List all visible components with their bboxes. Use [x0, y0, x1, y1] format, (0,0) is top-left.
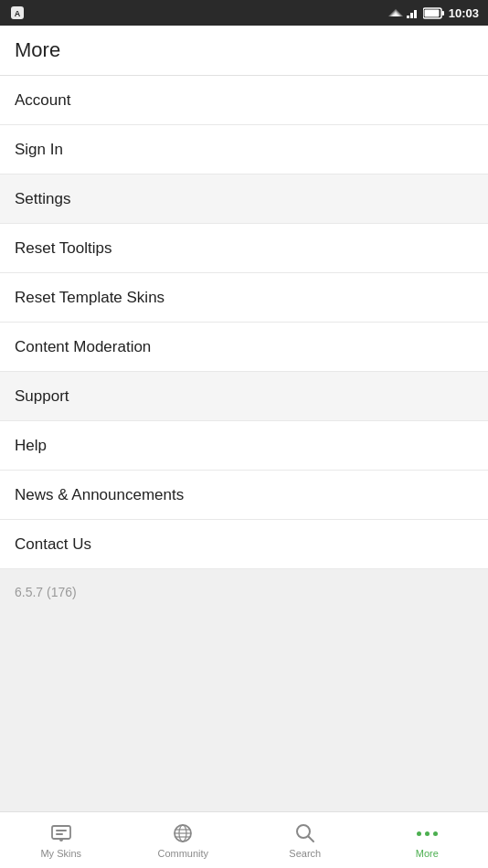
bottom-nav: My Skins Community Search: [0, 811, 488, 868]
signal-icon: [388, 7, 403, 18]
more-icon: [415, 821, 439, 845]
menu-item-contact-us[interactable]: Contact Us: [0, 520, 488, 569]
svg-line-22: [308, 837, 313, 842]
menu-item-help[interactable]: Help: [0, 421, 488, 471]
svg-rect-10: [441, 11, 444, 16]
nav-item-search-label: Search: [289, 848, 321, 859]
menu-item-label-help: Help: [15, 437, 47, 455]
content-area: AccountSign InSettingsReset TooltipsRese…: [0, 76, 488, 862]
menu-item-content-moderation[interactable]: Content Moderation: [0, 323, 488, 372]
menu-item-support[interactable]: Support: [0, 372, 488, 421]
svg-rect-12: [52, 826, 70, 839]
menu-list: AccountSign InSettingsReset TooltipsRese…: [0, 76, 488, 569]
menu-item-label-support: Support: [15, 387, 69, 406]
svg-point-15: [59, 838, 63, 842]
menu-item-reset-tooltips[interactable]: Reset Tooltips: [0, 224, 488, 273]
menu-item-news-announcements[interactable]: News & Announcements: [0, 471, 488, 520]
menu-item-label-content-moderation: Content Moderation: [15, 338, 151, 356]
menu-item-sign-in[interactable]: Sign In: [0, 125, 488, 175]
page-title: More: [15, 38, 473, 62]
version-area: 6.5.7 (176): [0, 569, 488, 730]
nav-item-search[interactable]: Search: [244, 812, 366, 868]
nav-item-more-label: More: [416, 848, 439, 859]
my-skins-icon: [49, 821, 73, 845]
page-header: More: [0, 26, 488, 76]
menu-item-account[interactable]: Account: [0, 76, 488, 125]
menu-item-label-contact-us: Contact Us: [15, 535, 91, 554]
nav-item-more[interactable]: More: [366, 812, 489, 868]
wifi-icon: [407, 7, 419, 18]
svg-text:A: A: [15, 9, 21, 18]
search-icon: [293, 821, 317, 845]
menu-item-settings[interactable]: Settings: [0, 175, 488, 224]
svg-rect-8: [414, 10, 417, 18]
status-bar-right: 10:03: [388, 6, 479, 20]
svg-rect-7: [410, 13, 413, 18]
menu-item-label-account: Account: [15, 91, 70, 110]
status-time: 10:03: [449, 6, 479, 20]
svg-rect-14: [56, 833, 63, 835]
menu-item-label-settings: Settings: [15, 190, 70, 208]
nav-item-community[interactable]: Community: [122, 812, 245, 868]
nav-item-community-label: Community: [157, 848, 208, 859]
nav-item-my-skins-label: My Skins: [40, 848, 81, 859]
menu-item-label-news-announcements: News & Announcements: [15, 486, 184, 504]
status-bar: A 10:03: [0, 0, 488, 26]
menu-item-reset-template-skins[interactable]: Reset Template Skins: [0, 273, 488, 323]
menu-item-label-reset-template-skins: Reset Template Skins: [15, 289, 164, 307]
status-bar-left: A: [9, 5, 26, 21]
svg-rect-13: [56, 830, 67, 831]
menu-item-label-reset-tooltips: Reset Tooltips: [15, 239, 111, 258]
nav-item-my-skins[interactable]: My Skins: [0, 812, 122, 868]
battery-icon: [423, 7, 445, 19]
community-icon: [171, 821, 195, 845]
svg-rect-11: [424, 9, 439, 16]
svg-rect-6: [407, 16, 409, 18]
version-text: 6.5.7 (176): [15, 585, 77, 599]
app-icon: A: [9, 5, 26, 21]
menu-item-label-sign-in: Sign In: [15, 141, 63, 159]
